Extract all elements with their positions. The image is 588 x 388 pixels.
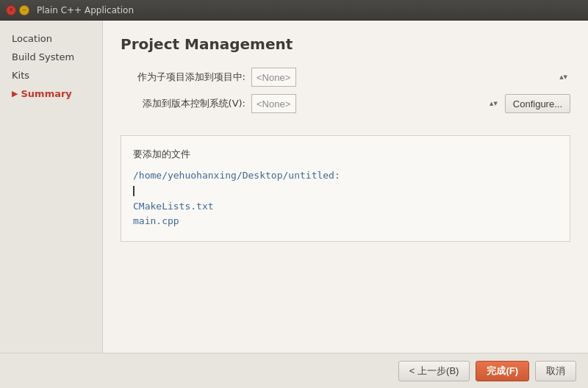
sidebar-item-kits[interactable]: Kits [0,66,102,85]
vcs-label: 添加到版本控制系统(V): [121,97,245,110]
close-icon: × [9,7,14,13]
subproject-select-container: <None> [251,68,570,87]
files-content: /home/yehuohanxing/Desktop/untitled: CMa… [133,168,558,229]
main-content: Project Management 作为子项目添加到项目中: <None> 添… [103,21,588,353]
file-item-1: CMakeLists.txt [133,199,558,215]
vcs-select-container: <None> [251,94,501,113]
sidebar-item-build-system[interactable]: Build System [0,48,102,66]
minimize-button[interactable]: − [19,5,29,15]
content-area: Location Build System Kits ▶ Summary Pro… [0,21,588,353]
back-button[interactable]: < 上一步(B) [398,361,470,381]
active-arrow-icon: ▶ [12,89,18,98]
vcs-select-wrapper: <None> Configure... [251,94,570,113]
text-cursor [133,186,135,196]
page-title: Project Management [121,35,570,53]
finish-button[interactable]: 完成(F) [476,361,529,381]
subproject-label: 作为子项目添加到项目中: [121,71,245,84]
subproject-select[interactable]: <None> [251,68,296,87]
configure-button[interactable]: Configure... [505,94,570,113]
subproject-select-wrapper: <None> [251,68,570,87]
sidebar-item-label: Build System [12,51,74,62]
sidebar-item-label: Kits [12,70,29,81]
subproject-row: 作为子项目添加到项目中: <None> [121,68,570,87]
cancel-button[interactable]: 取消 [535,361,576,381]
sidebar-item-label: Location [12,33,52,44]
files-section: 要添加的文件 /home/yehuohanxing/Desktop/untitl… [121,135,570,242]
files-cursor-line [133,184,558,199]
vcs-row: 添加到版本控制系统(V): <None> Configure... [121,94,570,113]
titlebar: × − Plain C++ Application [0,0,588,21]
sidebar-item-location[interactable]: Location [0,29,102,48]
close-button[interactable]: × [6,5,16,15]
files-section-title: 要添加的文件 [133,148,558,161]
minimize-icon: − [22,7,27,13]
vcs-select[interactable]: <None> [251,94,296,113]
file-item-2: main.cpp [133,214,558,229]
footer: < 上一步(B) 完成(F) 取消 [0,353,588,388]
sidebar-item-label: Summary [21,88,71,99]
sidebar-item-summary[interactable]: ▶ Summary [0,85,102,103]
main-window: Location Build System Kits ▶ Summary Pro… [0,21,588,388]
titlebar-buttons: × − [6,5,29,15]
sidebar: Location Build System Kits ▶ Summary [0,21,103,353]
window-title: Plain C++ Application [37,5,134,15]
files-path: /home/yehuohanxing/Desktop/untitled: [133,168,558,184]
